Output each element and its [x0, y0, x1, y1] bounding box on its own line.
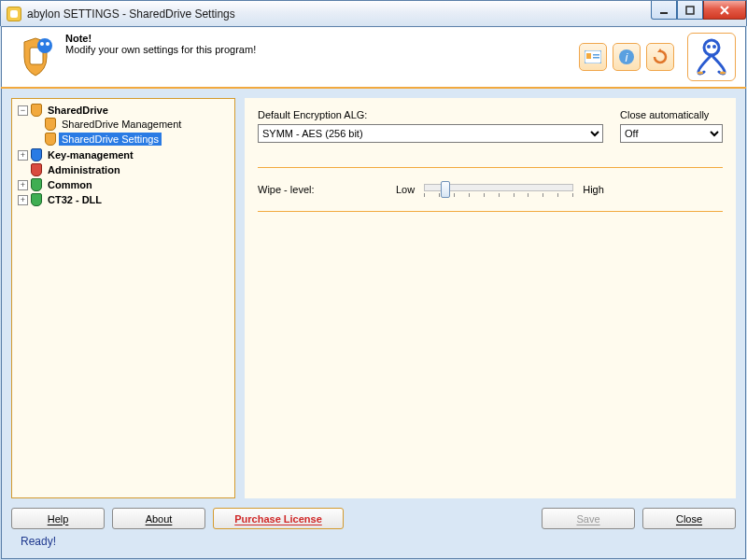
- wipe-level-row: Wipe - level: Low High: [258, 181, 723, 198]
- minimize-button[interactable]: [651, 1, 677, 20]
- wipe-low-label: Low: [396, 184, 415, 195]
- tree-item-shareddrive-settings[interactable]: SharedDrive Settings: [44, 133, 233, 146]
- svg-point-5: [46, 42, 49, 46]
- tree-item-key-management[interactable]: + Key-management: [18, 148, 233, 161]
- tree-collapse-icon[interactable]: −: [18, 105, 28, 116]
- tree-label: CT32 - DLL: [45, 193, 105, 206]
- shield-icon: [30, 193, 43, 206]
- main-area: − SharedDrive SharedDrive Management Sha…: [1, 89, 746, 559]
- encryption-label: Default Encryption ALG:: [258, 109, 603, 120]
- tree-label: SharedDrive: [45, 104, 111, 117]
- close-button[interactable]: Close: [642, 508, 736, 529]
- maximize-button[interactable]: [677, 1, 703, 20]
- nav-tree[interactable]: − SharedDrive SharedDrive Management Sha…: [11, 98, 235, 498]
- svg-point-15: [698, 72, 703, 75]
- window-title: abylon SETTINGS - SharedDrive Settings: [27, 7, 235, 21]
- note-title: Note!: [65, 33, 256, 44]
- svg-point-13: [707, 45, 711, 49]
- svg-point-16: [720, 72, 726, 75]
- purchase-license-button[interactable]: Purchase License: [213, 508, 344, 529]
- slider-thumb[interactable]: [441, 181, 450, 198]
- svg-rect-1: [686, 7, 694, 14]
- tree-item-shareddrive[interactable]: − SharedDrive: [18, 104, 233, 117]
- svg-rect-0: [660, 12, 668, 14]
- svg-point-3: [37, 38, 52, 53]
- tree-item-shareddrive-management[interactable]: SharedDrive Management: [44, 118, 233, 131]
- shield-icon: [30, 148, 43, 161]
- footer-buttons: Help About Purchase License Save Close: [11, 498, 736, 529]
- info-icon[interactable]: i: [613, 43, 641, 71]
- svg-point-14: [712, 45, 716, 49]
- note-text: Modify your own settings for this progra…: [65, 44, 256, 55]
- tree-label: SharedDrive Management: [59, 118, 184, 131]
- header-toolbar: i: [579, 33, 736, 81]
- app-icon: [7, 7, 21, 21]
- window-buttons: [651, 1, 746, 20]
- svg-point-4: [40, 42, 44, 46]
- tree-label: Common: [45, 178, 95, 191]
- brand-logo-icon: [687, 33, 736, 81]
- section-separator: [258, 167, 723, 168]
- about-button[interactable]: About: [112, 508, 205, 529]
- wipe-high-label: High: [583, 184, 604, 195]
- save-button[interactable]: Save: [542, 508, 635, 529]
- close-auto-label: Close automatically: [620, 109, 723, 120]
- settings-panel: Default Encryption ALG: SYMM - AES (256 …: [245, 98, 736, 498]
- shield-icon: [30, 178, 43, 191]
- tree-label: Key-management: [45, 148, 136, 161]
- close-window-button[interactable]: [703, 1, 746, 20]
- tree-label: Administration: [45, 163, 123, 176]
- help-button[interactable]: Help: [11, 508, 105, 529]
- tree-item-ct32-dll[interactable]: + CT32 - DLL: [18, 193, 233, 206]
- wipe-slider[interactable]: [424, 181, 573, 198]
- tree-expand-icon[interactable]: +: [18, 150, 28, 161]
- header: Note! Modify your own settings for this …: [1, 26, 746, 87]
- tree-expand-icon[interactable]: +: [18, 180, 28, 190]
- svg-rect-8: [593, 54, 599, 56]
- header-note: Note! Modify your own settings for this …: [65, 33, 256, 55]
- svg-rect-9: [593, 57, 599, 59]
- id-card-icon[interactable]: [579, 43, 607, 71]
- tree-label: SharedDrive Settings: [59, 133, 162, 146]
- app-logo-icon: [11, 33, 60, 81]
- shield-icon: [30, 104, 43, 117]
- shield-icon: [44, 133, 57, 146]
- titlebar: abylon SETTINGS - SharedDrive Settings: [0, 0, 747, 26]
- refresh-icon[interactable]: [646, 43, 674, 71]
- shield-icon: [30, 163, 43, 176]
- close-auto-select[interactable]: Off: [620, 124, 723, 143]
- tree-item-administration[interactable]: Administration: [18, 163, 233, 176]
- encryption-select[interactable]: SYMM - AES (256 bit): [258, 124, 603, 143]
- tree-item-common[interactable]: + Common: [18, 178, 233, 191]
- status-bar: Ready!: [11, 529, 736, 548]
- svg-rect-7: [586, 53, 591, 59]
- shield-icon: [44, 118, 57, 131]
- tree-expand-icon[interactable]: +: [18, 195, 28, 205]
- section-separator: [258, 211, 723, 212]
- wipe-label: Wipe - level:: [258, 184, 379, 195]
- svg-point-12: [704, 40, 719, 55]
